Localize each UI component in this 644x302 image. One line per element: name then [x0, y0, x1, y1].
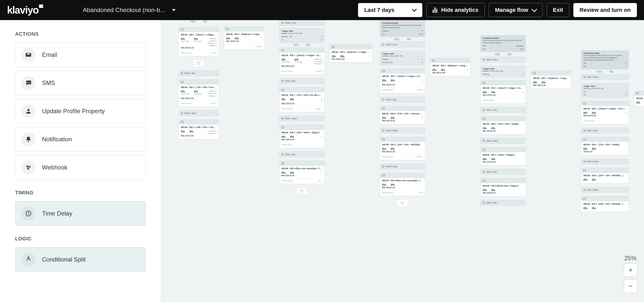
logo-flag-icon	[39, 5, 44, 8]
email-node[interactable]: ··· WEAB - EM 3 - (24h + 15% + WESMS...)…	[581, 196, 629, 212]
flow-column: Wait 1 hour Trigger Split $value is less…	[279, 20, 325, 198]
sidebar-item-update-profile[interactable]: Update Profile Property	[15, 99, 146, 123]
wait-node[interactable]: Wait 2 days···	[179, 110, 219, 116]
flow-title-text: Abandoned Checkout (non-b...	[83, 7, 165, 14]
email-node[interactable]: ··· WEAB - EM 1 - (1hour) + 4 dagar + 15…	[179, 27, 219, 56]
mail-icon	[181, 81, 183, 83]
flow-title-dropdown[interactable]: Abandoned Checkout (non-b...	[83, 7, 176, 14]
manage-flow-label: Manage flow	[495, 7, 528, 13]
email-node[interactable]: ··· WEAB - EM 3 - (24h + 5nths + klippt?…	[279, 125, 325, 148]
clock-icon	[21, 206, 35, 221]
split-icon	[21, 252, 35, 267]
email-node[interactable]: ··· WEAB - EM 4 (Plan som manodagi + fra…	[279, 161, 325, 184]
email-node[interactable]: ··· WEAB - EM 1 - (Highcart + 4 dagar + …	[430, 58, 470, 76]
trigger-split-node[interactable]: Trigger Split $value is less than 150 Wa…	[480, 66, 526, 77]
sidebar-item-time-delay[interactable]: Time Delay	[15, 201, 146, 226]
sidebar-item-notification[interactable]: Notification	[15, 127, 146, 152]
sidebar-heading-actions: ACTIONS	[15, 31, 146, 37]
email-node[interactable]: ··· WEAB - EM 1 - (1hour) + 4 dagar + 15…	[581, 101, 629, 124]
email-node[interactable]: ··· WEAB - EM 2 - (72h + 15% r) Du det u…	[279, 87, 325, 112]
chevron-down-icon	[531, 7, 537, 12]
wait-node[interactable]: Wait 1 hour	[380, 42, 425, 47]
date-range-select[interactable]: Last 7 days	[358, 3, 422, 17]
hide-analytics-button[interactable]: Hide analytics	[426, 3, 485, 17]
email-node[interactable]: ··· WEAB - EM 1 - (Highcart + 4 dagar + …	[224, 26, 264, 50]
email-node[interactable]: ··· WEAB - EM 2 - (72h + 15% + SolMa) 0%…	[480, 116, 526, 135]
email-node[interactable]: ··· WEAB - EM 1 - (1hour) + 4 dagar + 15…	[279, 48, 325, 75]
sidebar-item-label: Email	[42, 51, 57, 58]
app-header: klaviyo Abandoned Checkout (non-b... Las…	[0, 0, 644, 20]
email-node[interactable]: ··· WEAB - EM 3 - (24hrs + klippt?) 0%0%…	[480, 147, 526, 165]
sidebar: ACTIONS Email SMS Update Profile Propert…	[0, 20, 161, 302]
email-icon	[21, 48, 35, 62]
manage-flow-button[interactable]: Manage flow	[489, 3, 543, 17]
zoom-in-button[interactable]: +	[624, 263, 637, 277]
wait-node[interactable]: Wait 2 days	[380, 128, 425, 133]
email-node[interactable]: ··· WEAB - EM 1 - (1hour) + 4 dagar + 15…	[480, 80, 526, 104]
wait-node[interactable]: Wait 2 days	[279, 116, 325, 121]
trigger-split-node[interactable]: Trigger Split $value is less than 150 Wa…	[279, 28, 325, 43]
sidebar-heading-logic: LOGIC	[15, 236, 146, 242]
wait-node[interactable]: Wait 1 hour	[480, 57, 526, 62]
email-node[interactable]: ··· WEAB - EM 3 - (24h + 15% + WESMS) 0%…	[380, 137, 425, 160]
email-node[interactable]: WEAB… 0%	[634, 91, 644, 106]
email-node[interactable]: ··· WEAB - EM 1 - (Highcart + 4 dagar + …	[330, 44, 372, 63]
email-node[interactable]: ··· WEAB - EM 1 - (1hour) + 4 dagar + 15…	[380, 68, 425, 93]
trigger-split-node[interactable]: Trigger Split $value is less than 150 Wa…	[380, 51, 425, 65]
sidebar-item-label: Conditional Split	[42, 256, 86, 263]
sidebar-item-email[interactable]: Email	[15, 42, 146, 67]
date-range-label: Last 7 days	[364, 7, 394, 13]
email-node[interactable]: ··· WEAB - EM 3 - (24h + 15% + WESMS...)…	[581, 168, 629, 184]
wait-node[interactable]: Wait 1 day	[581, 128, 629, 133]
email-node[interactable]: ··· WEAB - EM 2 - (72h + 15% + kundkänne…	[179, 79, 219, 107]
person-icon	[21, 104, 35, 118]
sidebar-item-label: Update Profile Property	[42, 108, 105, 115]
email-node[interactable]: ··· WEAB - EM 3 - (24h + 15% + chans til…	[179, 119, 219, 139]
zoom-out-button[interactable]: −	[624, 279, 637, 293]
review-label: Review and turn on	[580, 7, 631, 13]
wait-node[interactable]: Wait 1 day	[380, 97, 425, 102]
email-node[interactable]: ··· WEAB - EM 4 (Plan som manodagi + fra…	[380, 173, 425, 196]
exit-button[interactable]: Exit	[547, 3, 569, 17]
exit-node[interactable]: EXIT27	[397, 200, 408, 207]
conditional-split-node[interactable]: Conditional Split Has Received Email at …	[380, 20, 425, 37]
conditional-split-node[interactable]: Conditional Split Has Received Email at …	[480, 35, 526, 52]
email-node[interactable]: ··· WEAB - EM 1 - (Highcart + 4 dagar + …	[531, 70, 571, 89]
sidebar-item-conditional-split[interactable]: Conditional Split	[15, 247, 146, 272]
wait-node[interactable]: Wait 2 days	[581, 159, 629, 164]
email-node[interactable]: ··· WEAB - EM 2 - (72h + 15% + chansen t…	[380, 106, 425, 124]
branch-labels: YES NO	[179, 20, 219, 24]
flow-canvas[interactable]: YES NO ··· WEAB - EM 1 - (1hour) + 4 dag…	[161, 20, 644, 302]
bar-chart-icon	[433, 7, 437, 13]
sidebar-item-sms[interactable]: SMS	[15, 71, 146, 95]
webhook-icon	[21, 160, 35, 175]
wait-node[interactable]: Wait 1 hour	[581, 74, 629, 80]
wait-node[interactable]: Wait 1 hour	[279, 20, 325, 26]
wait-node[interactable]: Wait 2 days	[480, 138, 526, 144]
mail-icon	[181, 29, 183, 30]
email-node[interactable]: ··· WEAB - EM 4 (Pdsst som + klippt?) 0%…	[480, 178, 526, 196]
wait-node[interactable]: Wait 1 day	[279, 152, 325, 157]
exit-node[interactable]: EXIT27	[296, 188, 307, 195]
sidebar-item-webhook[interactable]: Webhook	[15, 155, 146, 180]
exit-node[interactable]: EXIT27	[193, 60, 204, 67]
trigger-split-node[interactable]: Trigger Split $value is less than 150 0%…	[581, 83, 629, 98]
chevron-down-icon	[412, 7, 417, 12]
exit-label: Exit	[553, 7, 563, 13]
conditional-split-node[interactable]: Conditional Split Has Received Email at …	[581, 50, 629, 69]
sidebar-item-label: Notification	[42, 136, 72, 143]
sms-icon	[21, 76, 35, 90]
wait-node[interactable]: Wait 1 day	[480, 169, 526, 175]
wait-node[interactable]: Wait 1 day	[480, 200, 526, 205]
wait-node[interactable]: Wait 1 day	[279, 78, 325, 84]
bell-icon	[21, 132, 35, 146]
sidebar-item-label: Time Delay	[42, 210, 72, 217]
sidebar-item-label: Webhook	[42, 164, 67, 171]
wait-node[interactable]: Wait 1 day···	[179, 70, 219, 76]
wait-node[interactable]: Wait 2 days	[581, 187, 629, 193]
review-turn-on-button[interactable]: Review and turn on	[573, 3, 637, 17]
email-node[interactable]: ··· WEAB - EM 2 - (72h + 15% + SolMa) 0%…	[581, 137, 629, 155]
hide-analytics-label: Hide analytics	[441, 7, 478, 13]
wait-node[interactable]: Wait 1 day	[480, 107, 526, 113]
wait-node[interactable]: Wait 2 days	[380, 164, 425, 169]
